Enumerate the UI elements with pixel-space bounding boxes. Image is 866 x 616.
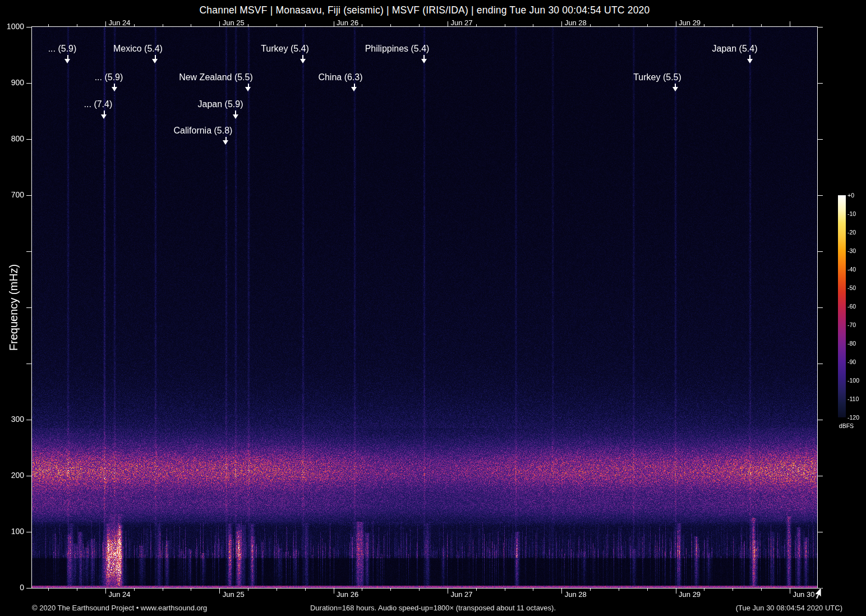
colorbar-tick-label: +0 [847,192,854,199]
colorbar-tick-label: -30 [847,247,856,254]
colorbar-tick-label: -80 [847,340,856,347]
colorbar-tick-label: -20 [847,229,856,236]
colorbar-tick-label: -60 [847,303,856,310]
spectrogram-viewer: Channel MSVF | Monasavu, Fiji (seismic) … [0,0,866,616]
colorbar-tick-label: -10 [847,210,856,217]
colorbar-ticks: +0-10-20-30-40-50-60-70-80-90-100-110-12… [0,0,866,616]
colorbar-tick-label: -110 [847,396,859,402]
colorbar-tick-label: -40 [847,266,856,273]
colorbar-units-label: dBFS [833,422,859,429]
colorbar-tick-label: -90 [847,358,856,365]
colorbar-tick-label: -100 [847,377,859,384]
colorbar-tick-label: -120 [847,414,859,421]
footer-render-time: (Tue Jun 30 08:04:54 2020 UTC) [736,604,842,612]
colorbar-tick-label: -70 [847,321,856,328]
mouse-cursor [813,587,822,601]
colorbar-tick-label: -50 [847,284,856,291]
